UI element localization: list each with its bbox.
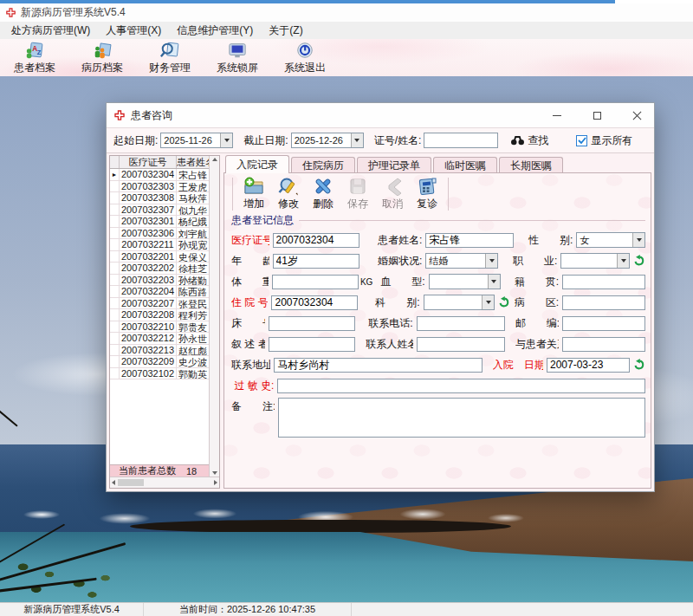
vertical-scrollbar[interactable] [209,156,219,477]
scroll-left-icon[interactable] [112,480,115,485]
patient-list-row[interactable]: 2007032202徐桂芝 [110,263,209,275]
admission-no-input[interactable] [271,295,358,310]
record-files-icon [91,41,113,60]
toolbar-button-record-files[interactable]: 病历档案 [74,41,130,75]
toolbar-button-finance[interactable]: 财务管理 [142,41,198,75]
id-name-label: 证号/姓名: [374,133,422,148]
column-header-patient-name[interactable]: 患者姓名 [177,156,209,168]
scroll-up-icon[interactable] [212,158,217,161]
minimize-button[interactable] [540,103,574,127]
menu-item-info-maintenance[interactable]: 信息维护管理(Y) [169,22,261,40]
row-selector [110,216,120,227]
tab-longterm-orders[interactable]: 长期医嘱 [499,157,563,173]
patient-list-row[interactable]: 2007032204陈西路 [110,286,209,298]
toolbar-button-label: 系统退出 [284,61,326,75]
chevron-down-icon[interactable] [485,254,497,268]
tab-inpatient-record[interactable]: 住院病历 [291,157,355,173]
remark-textarea[interactable] [278,398,646,438]
patient-list-row[interactable]: 2007032210郭贵友 [110,321,209,334]
address-input[interactable] [274,358,483,373]
patient-list-row[interactable]: 2007032301杨纪娥 [110,216,209,228]
end-date-select[interactable]: 2025-12-26 [291,133,364,148]
scroll-down-icon[interactable] [212,471,217,475]
undo-icon[interactable] [632,255,645,267]
find-button[interactable]: 查找 [510,133,548,148]
edit-button[interactable]: 修改 [272,176,305,212]
patient-list-row[interactable]: ►2007032304宋占锋 [110,169,209,181]
column-header-medical-id[interactable]: 医疗证号 [120,156,177,168]
dialog-body: 医疗证号 患者姓名 ►2007032304宋占锋2007032303王发虎200… [107,153,654,491]
undo-icon[interactable] [632,359,645,371]
origin-input[interactable] [562,275,645,289]
scrollbar-thumb[interactable] [118,479,144,486]
ward-input[interactable] [562,295,645,310]
cell-medical-id: 2007032201 [120,251,177,263]
department-select[interactable] [424,295,495,310]
menu-item-personnel[interactable]: 人事管理(X) [98,22,169,40]
patient-list-row[interactable]: 2007032212孙永世 [110,333,209,345]
menu-item-prescription-records[interactable]: 处方病历管理(W) [3,22,98,40]
chevron-down-icon[interactable] [351,133,363,147]
group-legend: 患者登记信息 [231,213,645,227]
chevron-down-icon[interactable] [482,295,494,309]
form-row: 体 重: KG 血 型: 籍 贯: [231,271,645,292]
patient-list-row[interactable]: 2007032209史少波 [110,356,209,368]
gender-select[interactable]: 女 [576,232,645,248]
contact-name-input[interactable] [417,337,505,352]
close-button[interactable] [619,103,654,127]
toolbar-button-patient-files[interactable]: A Z 患者档案 [7,41,62,75]
cancel-button[interactable]: 取消 [376,176,409,212]
horizontal-scrollbar[interactable] [110,477,219,488]
toolbar-button-lock-screen[interactable]: 系统锁屏 [210,41,265,75]
delete-button[interactable]: 删除 [307,176,340,212]
weight-input[interactable] [272,275,359,289]
medical-id-input[interactable] [273,233,359,248]
maximize-button[interactable] [580,103,614,127]
narrator-input[interactable] [269,337,355,352]
tab-temporary-orders[interactable]: 临时医嘱 [433,157,497,173]
binoculars-icon [510,135,525,146]
relation-input[interactable] [562,337,645,352]
patient-list-row[interactable]: 2007032308马秋萍 [110,192,209,204]
add-button[interactable]: 增加 [237,176,270,212]
patient-name-input[interactable] [425,233,514,248]
patient-list-row[interactable]: 2007032203孙绪勤 [110,275,209,287]
toolbar-button-label: 系统锁屏 [217,61,258,75]
allergy-input[interactable] [277,379,645,393]
toolbar-button-exit[interactable]: 系统退出 [277,41,333,75]
start-date-select[interactable]: 2025-11-26 [160,133,233,148]
chevron-down-icon[interactable] [220,133,232,147]
scroll-right-icon[interactable] [214,480,217,485]
marital-select[interactable]: 结婚 [425,253,498,269]
medical-id-label: 医疗证号: [231,233,269,248]
row-selector [110,263,120,274]
age-input[interactable] [273,254,359,269]
blood-type-select[interactable] [429,274,501,289]
undo-icon[interactable] [497,296,510,308]
occupation-select[interactable] [560,253,630,269]
admit-date-input[interactable] [547,358,630,373]
save-button[interactable]: 保存 [341,176,374,212]
patient-list-row[interactable]: 2007032303王发虎 [110,181,209,193]
menu-item-about[interactable]: 关于(Z) [261,22,310,40]
chevron-down-icon[interactable] [488,275,500,289]
id-name-input[interactable] [424,133,498,148]
patient-list-row[interactable]: 2007032102郭勤英 [110,368,209,380]
show-all-checkbox[interactable]: 显示所有 [576,133,632,148]
patient-list-row[interactable]: 2007032201史保义 [110,251,209,263]
phone-input[interactable] [417,316,505,331]
remark-label: 备 注: [231,399,275,414]
tab-nursing-record[interactable]: 护理记录单 [357,157,431,173]
postcode-input[interactable] [562,316,645,331]
patient-list-row[interactable]: 2007032208程利芳 [110,309,209,321]
patient-list-row[interactable]: 2007032207张登民 [110,298,209,310]
patient-list-row[interactable]: 2007032213赵红彪 [110,345,209,357]
chevron-down-icon[interactable] [632,233,644,247]
patient-list-row[interactable]: 2007032306刘宇航 [110,228,209,240]
patient-list-row[interactable]: 2007032307似九华 [110,204,209,217]
revisit-button[interactable]: 复诊 [411,176,444,212]
bed-no-input[interactable] [269,316,355,331]
patient-list-row[interactable]: 2007032211孙现宽 [110,239,209,251]
chevron-down-icon[interactable] [617,254,629,268]
tab-admission-record[interactable]: 入院记录 [225,155,289,173]
